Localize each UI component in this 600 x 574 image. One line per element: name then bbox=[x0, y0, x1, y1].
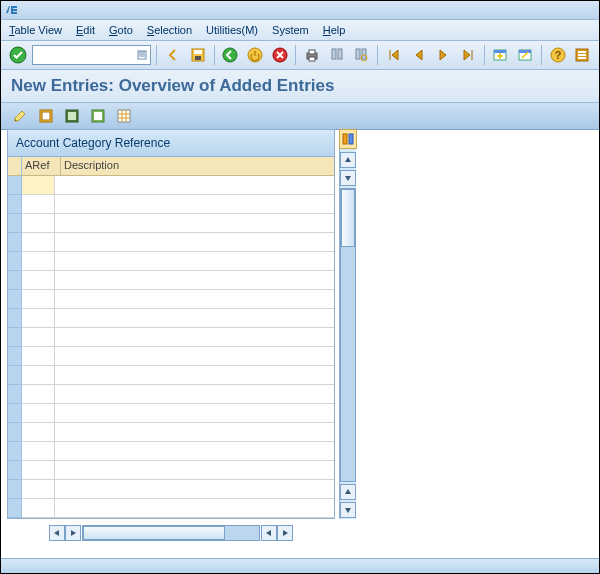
cell-aref[interactable] bbox=[22, 385, 55, 403]
last-page-button[interactable] bbox=[457, 44, 479, 66]
enter-button[interactable] bbox=[7, 44, 29, 66]
row-marker[interactable] bbox=[8, 214, 22, 233]
cell-aref[interactable] bbox=[22, 176, 55, 194]
row-marker[interactable] bbox=[8, 385, 22, 404]
cell-description[interactable] bbox=[55, 233, 334, 251]
table-row[interactable] bbox=[22, 176, 334, 195]
table-row[interactable] bbox=[22, 309, 334, 328]
cell-description[interactable] bbox=[55, 195, 334, 213]
row-marker[interactable] bbox=[8, 366, 22, 385]
cell-description[interactable] bbox=[55, 480, 334, 498]
row-marker[interactable] bbox=[8, 328, 22, 347]
cell-description[interactable] bbox=[55, 461, 334, 479]
cell-description[interactable] bbox=[55, 423, 334, 441]
select-all-button[interactable] bbox=[35, 105, 57, 127]
cell-description[interactable] bbox=[55, 309, 334, 327]
row-marker[interactable] bbox=[8, 480, 22, 499]
menu-edit[interactable]: Edit bbox=[76, 24, 95, 36]
cell-aref[interactable] bbox=[22, 290, 55, 308]
row-marker[interactable] bbox=[8, 309, 22, 328]
row-marker[interactable] bbox=[8, 290, 22, 309]
menu-help[interactable]: Help bbox=[323, 24, 346, 36]
row-marker[interactable] bbox=[8, 233, 22, 252]
cell-aref[interactable] bbox=[22, 442, 55, 460]
row-marker[interactable] bbox=[8, 461, 22, 480]
table-settings-button[interactable] bbox=[113, 105, 135, 127]
table-row[interactable] bbox=[22, 366, 334, 385]
table-row[interactable] bbox=[22, 252, 334, 271]
prev-page-button[interactable] bbox=[408, 44, 430, 66]
cell-aref[interactable] bbox=[22, 233, 55, 251]
cell-aref[interactable] bbox=[22, 404, 55, 422]
cell-description[interactable] bbox=[55, 347, 334, 365]
table-row[interactable] bbox=[22, 385, 334, 404]
menu-system[interactable]: System bbox=[272, 24, 309, 36]
print-button[interactable] bbox=[301, 44, 323, 66]
cell-aref[interactable] bbox=[22, 366, 55, 384]
scroll-right-button[interactable] bbox=[65, 525, 81, 541]
cell-aref[interactable] bbox=[22, 480, 55, 498]
menu-goto[interactable]: Goto bbox=[109, 24, 133, 36]
cell-description[interactable] bbox=[55, 176, 334, 194]
nav-back-icon[interactable] bbox=[162, 44, 184, 66]
cell-description[interactable] bbox=[55, 366, 334, 384]
menu-tableview[interactable]: Table View bbox=[9, 24, 62, 36]
cell-aref[interactable] bbox=[22, 499, 55, 517]
deselect-all-button[interactable] bbox=[87, 105, 109, 127]
create-session-button[interactable] bbox=[490, 44, 512, 66]
scroll-left-button-2[interactable] bbox=[261, 525, 277, 541]
help-button[interactable]: ? bbox=[547, 44, 569, 66]
cell-description[interactable] bbox=[55, 404, 334, 422]
cell-description[interactable] bbox=[55, 328, 334, 346]
cell-description[interactable] bbox=[55, 252, 334, 270]
table-row[interactable] bbox=[22, 499, 334, 518]
cell-aref[interactable] bbox=[22, 214, 55, 232]
horizontal-scrollbar[interactable] bbox=[82, 525, 260, 541]
cell-aref[interactable] bbox=[22, 423, 55, 441]
table-row[interactable] bbox=[22, 195, 334, 214]
vertical-scrollbar[interactable] bbox=[340, 188, 356, 482]
cell-aref[interactable] bbox=[22, 328, 55, 346]
save-button[interactable] bbox=[187, 44, 209, 66]
table-row[interactable] bbox=[22, 442, 334, 461]
column-header-description[interactable]: Description bbox=[61, 157, 334, 175]
change-button[interactable] bbox=[9, 105, 31, 127]
table-row[interactable] bbox=[22, 347, 334, 366]
row-marker[interactable] bbox=[8, 176, 22, 195]
layout-menu-button[interactable] bbox=[571, 44, 593, 66]
table-row[interactable] bbox=[22, 404, 334, 423]
row-marker[interactable] bbox=[8, 347, 22, 366]
scroll-down-button-2[interactable] bbox=[340, 502, 356, 518]
cell-description[interactable] bbox=[55, 271, 334, 289]
command-field[interactable] bbox=[32, 45, 152, 65]
column-header-aref[interactable]: ARef bbox=[22, 157, 61, 175]
find-button[interactable] bbox=[326, 44, 348, 66]
command-dropdown-icon[interactable] bbox=[136, 48, 148, 62]
row-marker[interactable] bbox=[8, 423, 22, 442]
row-marker[interactable] bbox=[8, 442, 22, 461]
cell-description[interactable] bbox=[55, 442, 334, 460]
row-marker[interactable] bbox=[8, 195, 22, 214]
vertical-scroll-thumb[interactable] bbox=[341, 189, 355, 247]
scroll-up-button-2[interactable] bbox=[340, 484, 356, 500]
select-block-button[interactable] bbox=[61, 105, 83, 127]
cell-aref[interactable] bbox=[22, 271, 55, 289]
cell-aref[interactable] bbox=[22, 461, 55, 479]
find-next-button[interactable] bbox=[351, 44, 373, 66]
menu-utilities[interactable]: Utilities(M) bbox=[206, 24, 258, 36]
cell-aref[interactable] bbox=[22, 252, 55, 270]
cancel-button[interactable] bbox=[269, 44, 291, 66]
row-marker[interactable] bbox=[8, 499, 22, 518]
table-row[interactable] bbox=[22, 328, 334, 347]
row-marker[interactable] bbox=[8, 404, 22, 423]
row-marker[interactable] bbox=[8, 252, 22, 271]
cell-aref[interactable] bbox=[22, 347, 55, 365]
back-button[interactable] bbox=[220, 44, 242, 66]
table-row[interactable] bbox=[22, 480, 334, 499]
next-page-button[interactable] bbox=[432, 44, 454, 66]
cell-aref[interactable] bbox=[22, 195, 55, 213]
configure-columns-button[interactable] bbox=[339, 129, 357, 149]
cell-aref[interactable] bbox=[22, 309, 55, 327]
exit-button[interactable] bbox=[244, 44, 266, 66]
table-row[interactable] bbox=[22, 214, 334, 233]
